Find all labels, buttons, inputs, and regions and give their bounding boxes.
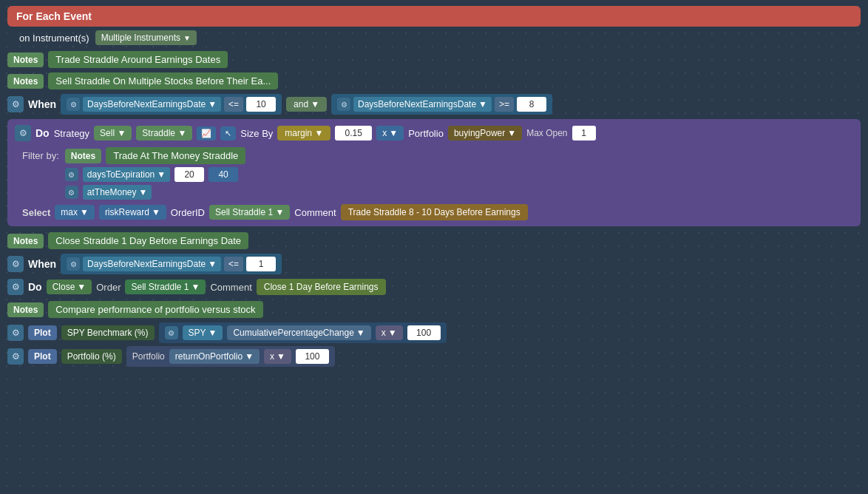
return-arrow: ▼ (245, 351, 254, 362)
filter1-val2[interactable] (208, 167, 238, 182)
and-button[interactable]: and ▼ (286, 97, 327, 112)
plot1-value-input[interactable] (407, 325, 441, 340)
max-open-label: Max Open (526, 128, 567, 138)
condition1-value-input[interactable] (246, 97, 276, 112)
notes-label-1: Notes (7, 53, 44, 67)
notes-block-1: Notes Trade Straddle Around Earnings Dat… (7, 51, 861, 68)
margin-dropdown[interactable]: margin ▼ (277, 126, 330, 141)
sell-arrow: ▼ (117, 128, 126, 138)
close-order-dropdown[interactable]: Sell Straddle 1 ▼ (125, 280, 206, 294)
condition-box-1: ⚙ DaysBeforeNextEarningsDate ▼ <= (61, 94, 282, 115)
order-id-dropdown[interactable]: Sell Straddle 1 ▼ (209, 205, 290, 220)
straddle-arrow: ▼ (177, 128, 186, 138)
plot2-label: Plot (28, 349, 57, 364)
chart-icon-btn[interactable]: 📈 (197, 126, 216, 141)
plot2-value-input[interactable] (296, 349, 329, 364)
do-close-gear[interactable]: ⚙ (7, 279, 24, 295)
field-arrow-icon: ▼ (208, 99, 217, 109)
close-notes-block: Notes Close Straddle 1 Day Before Earnin… (7, 232, 861, 249)
x-arrow-plot2: ▼ (277, 351, 285, 362)
condition2-field-dropdown[interactable]: DaysBeforeNextEarningsDate ▼ (353, 97, 492, 112)
field-select-arrow: ▼ (152, 207, 160, 217)
x-arrow-1: ▼ (389, 128, 398, 138)
condition1-op-dropdown[interactable]: <= (224, 97, 243, 112)
plot1-label: Plot (28, 325, 57, 340)
buying-power-dropdown[interactable]: buyingPower ▼ (448, 126, 522, 141)
cumulative-arrow: ▼ (356, 328, 365, 338)
comment-label: Comment (294, 207, 336, 218)
close-order-arrow: ▼ (191, 282, 200, 292)
select-row: Select max ▼ riskReward ▼ OrderID Sell S… (22, 204, 853, 220)
when-gear-btn[interactable]: ⚙ (7, 96, 24, 112)
close-when-row: ⚙ When ⚙ DaysBeforeNextEarningsDate ▼ <= (7, 254, 861, 274)
cursor-icon: ↖ (225, 129, 231, 138)
straddle-dropdown[interactable]: Straddle ▼ (136, 126, 192, 141)
close-btn[interactable]: Close ▼ (47, 280, 92, 294)
plot1-gear[interactable]: ⚙ (7, 325, 24, 341)
when-label: When (28, 98, 56, 110)
compare-notes-label: Notes (7, 302, 44, 317)
filter-by-row: Filter by: Notes Trade At The Money Stra… (22, 147, 853, 200)
close-notes-label: Notes (7, 234, 44, 248)
condition2-gear[interactable]: ⚙ (337, 98, 350, 111)
plot2-x-dropdown[interactable]: x ▼ (264, 349, 291, 364)
plot2-gear[interactable]: ⚙ (7, 348, 24, 365)
plot1-name: SPY Benchmark (%) (61, 325, 155, 340)
close-cond-field[interactable]: DaysBeforeNextEarningsDate ▼ (83, 257, 221, 271)
close-cond-gear[interactable]: ⚙ (67, 257, 80, 271)
spy-arrow: ▼ (208, 328, 217, 338)
compare-notes-block: Notes Compare performance of portfolio v… (7, 301, 861, 318)
filter1-field-dropdown[interactable]: daysToExpiration ▼ (83, 167, 170, 182)
filter2-gear[interactable]: ⚙ (65, 186, 78, 199)
filter-by-label: Filter by: (22, 147, 59, 161)
select-func-dropdown[interactable]: max ▼ (55, 205, 95, 220)
select-field-dropdown[interactable]: riskReward ▼ (99, 205, 166, 220)
do-section: ⚙ Do Strategy Sell ▼ Straddle ▼ 📈 ↖ Size… (7, 119, 861, 226)
close-value-input[interactable] (246, 257, 276, 271)
plot1-config-gear[interactable]: ⚙ (165, 326, 178, 339)
strategy-label: Strategy (54, 128, 89, 139)
plot1-config: ⚙ SPY ▼ CumulativePercentageChange ▼ x ▼ (159, 322, 447, 343)
close-op-dropdown[interactable]: <= (224, 257, 243, 271)
notes-text-1: Trade Straddle Around Earnings Dates (48, 51, 228, 68)
plot-row-1: ⚙ Plot SPY Benchmark (%) ⚙ SPY ▼ Cumulat… (7, 322, 861, 343)
condition2-op-dropdown[interactable]: >= (495, 97, 514, 112)
close-when-gear[interactable]: ⚙ (7, 256, 24, 272)
close-comment-value: Close 1 Day Before Earnings (257, 279, 386, 295)
do-label: Do (35, 127, 50, 139)
plot2-return-dropdown[interactable]: returnOnPortfolio ▼ (169, 349, 260, 364)
filter1-gear[interactable]: ⚙ (65, 168, 78, 181)
cursor-icon-btn[interactable]: ↖ (220, 126, 236, 141)
size-value-input[interactable] (335, 126, 372, 141)
close-notes-text: Close Straddle 1 Day Before Earnings Dat… (48, 232, 248, 249)
size-by-label: Size By (240, 128, 273, 139)
chart-icon: 📈 (201, 129, 211, 138)
field2-arrow-icon: ▼ (478, 99, 487, 109)
condition1-field-dropdown[interactable]: DaysBeforeNextEarningsDate ▼ (83, 97, 221, 112)
do-gear-btn[interactable]: ⚙ (15, 125, 31, 141)
filter-notes-text: Trade At The Money Straddle (106, 147, 245, 164)
filter-section: Filter by: Notes Trade At The Money Stra… (22, 147, 853, 220)
buying-power-arrow: ▼ (507, 128, 516, 138)
max-open-value[interactable] (572, 126, 596, 141)
instruments-dropdown[interactable]: Multiple Instruments ▼ (95, 30, 197, 45)
order-id-label: OrderID (171, 207, 205, 218)
dropdown-arrow-icon: ▼ (183, 34, 191, 42)
order-text: Order (96, 282, 121, 293)
order-id-arrow: ▼ (275, 207, 284, 217)
filter1-val1[interactable] (174, 167, 204, 182)
compare-notes-text: Compare performance of portfolio versus … (48, 301, 262, 318)
filter2-arrow: ▼ (139, 187, 148, 197)
condition1-gear[interactable]: ⚙ (67, 98, 80, 111)
plot1-spy-dropdown[interactable]: SPY ▼ (183, 325, 223, 340)
condition2-value-input[interactable] (517, 97, 546, 112)
sell-dropdown[interactable]: Sell ▼ (94, 126, 132, 141)
filter2-field-dropdown[interactable]: atTheMoney ▼ (83, 185, 152, 200)
filter-row-2: ⚙ atTheMoney ▼ (65, 185, 245, 200)
plot-row-2: ⚙ Plot Portfolio (%) Portfolio returnOnP… (7, 346, 861, 367)
plot1-cumulative-dropdown[interactable]: CumulativePercentageChange ▼ (227, 325, 370, 340)
close-comment-label: Comment (210, 282, 251, 293)
plot1-x-dropdown[interactable]: x ▼ (376, 325, 403, 340)
do-header: ⚙ Do Strategy Sell ▼ Straddle ▼ 📈 ↖ Size… (15, 125, 853, 141)
x-dropdown-1[interactable]: x ▼ (376, 126, 404, 141)
